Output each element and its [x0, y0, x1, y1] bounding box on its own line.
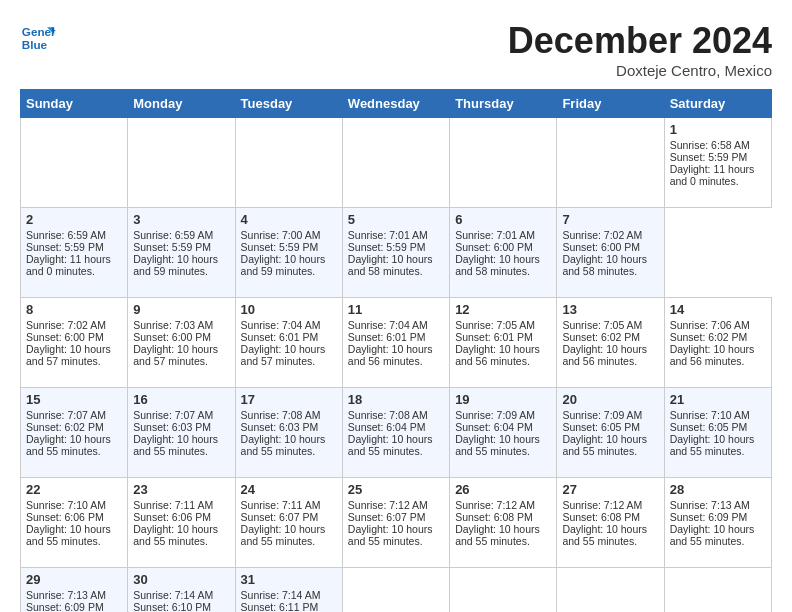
sunrise: Sunrise: 7:12 AM: [455, 499, 535, 511]
calendar-week-6: 29 Sunrise: 7:13 AM Sunset: 6:09 PM Dayl…: [21, 568, 772, 613]
sunset: Sunset: 6:09 PM: [670, 511, 748, 523]
sunset: Sunset: 6:02 PM: [562, 331, 640, 343]
empty-cell: [450, 118, 557, 208]
day-number: 16: [133, 392, 229, 407]
sunset: Sunset: 6:02 PM: [26, 421, 104, 433]
day-number: 7: [562, 212, 658, 227]
day-number: 12: [455, 302, 551, 317]
day-cell-26: 26 Sunrise: 7:12 AM Sunset: 6:08 PM Dayl…: [450, 478, 557, 568]
day-number: 15: [26, 392, 122, 407]
day-cell-25: 25 Sunrise: 7:12 AM Sunset: 6:07 PM Dayl…: [342, 478, 449, 568]
day-cell-17: 17 Sunrise: 7:08 AM Sunset: 6:03 PM Dayl…: [235, 388, 342, 478]
empty-cell: [557, 118, 664, 208]
day-cell-12: 12 Sunrise: 7:05 AM Sunset: 6:01 PM Dayl…: [450, 298, 557, 388]
day-number: 30: [133, 572, 229, 587]
sunrise: Sunrise: 7:06 AM: [670, 319, 750, 331]
day-number: 4: [241, 212, 337, 227]
sunrise: Sunrise: 7:02 AM: [26, 319, 106, 331]
day-cell-8: 8 Sunrise: 7:02 AM Sunset: 6:00 PM Dayli…: [21, 298, 128, 388]
empty-cell: [557, 568, 664, 613]
sunrise: Sunrise: 7:05 AM: [562, 319, 642, 331]
day-cell-5: 5 Sunrise: 7:01 AM Sunset: 5:59 PM Dayli…: [342, 208, 449, 298]
sunrise: Sunrise: 7:08 AM: [241, 409, 321, 421]
day-cell-3: 3 Sunrise: 6:59 AM Sunset: 5:59 PM Dayli…: [128, 208, 235, 298]
header-day-sunday: Sunday: [21, 90, 128, 118]
day-cell-22: 22 Sunrise: 7:10 AM Sunset: 6:06 PM Dayl…: [21, 478, 128, 568]
day-cell-10: 10 Sunrise: 7:04 AM Sunset: 6:01 PM Dayl…: [235, 298, 342, 388]
logo-icon: General Blue: [20, 20, 56, 56]
day-number: 22: [26, 482, 122, 497]
sunrise: Sunrise: 7:12 AM: [562, 499, 642, 511]
day-cell-23: 23 Sunrise: 7:11 AM Sunset: 6:06 PM Dayl…: [128, 478, 235, 568]
day-cell-11: 11 Sunrise: 7:04 AM Sunset: 6:01 PM Dayl…: [342, 298, 449, 388]
daylight: Daylight: 10 hours and 57 minutes.: [241, 343, 326, 367]
sunset: Sunset: 6:03 PM: [241, 421, 319, 433]
day-cell-28: 28 Sunrise: 7:13 AM Sunset: 6:09 PM Dayl…: [664, 478, 771, 568]
day-number: 6: [455, 212, 551, 227]
page-header: General Blue December 2024 Doxteje Centr…: [20, 20, 772, 79]
calendar-week-2: 2 Sunrise: 6:59 AM Sunset: 5:59 PM Dayli…: [21, 208, 772, 298]
sunset: Sunset: 6:00 PM: [455, 241, 533, 253]
day-cell-24: 24 Sunrise: 7:11 AM Sunset: 6:07 PM Dayl…: [235, 478, 342, 568]
sunset: Sunset: 6:08 PM: [455, 511, 533, 523]
sunrise: Sunrise: 7:10 AM: [26, 499, 106, 511]
day-cell-21: 21 Sunrise: 7:10 AM Sunset: 6:05 PM Dayl…: [664, 388, 771, 478]
sunset: Sunset: 6:07 PM: [241, 511, 319, 523]
day-number: 1: [670, 122, 766, 137]
daylight: Daylight: 10 hours and 55 minutes.: [455, 433, 540, 457]
day-cell-18: 18 Sunrise: 7:08 AM Sunset: 6:04 PM Dayl…: [342, 388, 449, 478]
day-number: 25: [348, 482, 444, 497]
sunrise: Sunrise: 7:01 AM: [348, 229, 428, 241]
empty-cell: [128, 118, 235, 208]
calendar-week-3: 8 Sunrise: 7:02 AM Sunset: 6:00 PM Dayli…: [21, 298, 772, 388]
sunset: Sunset: 5:59 PM: [133, 241, 211, 253]
calendar-header-row: SundayMondayTuesdayWednesdayThursdayFrid…: [21, 90, 772, 118]
sunrise: Sunrise: 7:11 AM: [133, 499, 213, 511]
day-number: 20: [562, 392, 658, 407]
sunrise: Sunrise: 7:02 AM: [562, 229, 642, 241]
sunset: Sunset: 6:04 PM: [348, 421, 426, 433]
daylight: Daylight: 10 hours and 55 minutes.: [455, 523, 540, 547]
calendar-week-5: 22 Sunrise: 7:10 AM Sunset: 6:06 PM Dayl…: [21, 478, 772, 568]
daylight: Daylight: 10 hours and 55 minutes.: [348, 523, 433, 547]
day-cell-19: 19 Sunrise: 7:09 AM Sunset: 6:04 PM Dayl…: [450, 388, 557, 478]
empty-cell: [342, 118, 449, 208]
daylight: Daylight: 10 hours and 59 minutes.: [241, 253, 326, 277]
sunrise: Sunrise: 7:11 AM: [241, 499, 321, 511]
day-cell-15: 15 Sunrise: 7:07 AM Sunset: 6:02 PM Dayl…: [21, 388, 128, 478]
sunrise: Sunrise: 7:14 AM: [241, 589, 321, 601]
day-number: 21: [670, 392, 766, 407]
daylight: Daylight: 11 hours and 0 minutes.: [26, 253, 111, 277]
sunset: Sunset: 6:08 PM: [562, 511, 640, 523]
day-number: 13: [562, 302, 658, 317]
day-cell-29: 29 Sunrise: 7:13 AM Sunset: 6:09 PM Dayl…: [21, 568, 128, 613]
sunset: Sunset: 6:10 PM: [133, 601, 211, 612]
day-cell-14: 14 Sunrise: 7:06 AM Sunset: 6:02 PM Dayl…: [664, 298, 771, 388]
sunset: Sunset: 6:03 PM: [133, 421, 211, 433]
daylight: Daylight: 10 hours and 55 minutes.: [133, 433, 218, 457]
calendar-week-1: 1 Sunrise: 6:58 AM Sunset: 5:59 PM Dayli…: [21, 118, 772, 208]
sunset: Sunset: 6:04 PM: [455, 421, 533, 433]
day-number: 8: [26, 302, 122, 317]
day-cell-31: 31 Sunrise: 7:14 AM Sunset: 6:11 PM Dayl…: [235, 568, 342, 613]
empty-cell: [235, 118, 342, 208]
sunset: Sunset: 6:01 PM: [241, 331, 319, 343]
sunset: Sunset: 6:02 PM: [670, 331, 748, 343]
sunrise: Sunrise: 7:09 AM: [562, 409, 642, 421]
day-cell-4: 4 Sunrise: 7:00 AM Sunset: 5:59 PM Dayli…: [235, 208, 342, 298]
daylight: Daylight: 10 hours and 59 minutes.: [133, 253, 218, 277]
calendar-week-4: 15 Sunrise: 7:07 AM Sunset: 6:02 PM Dayl…: [21, 388, 772, 478]
day-cell-20: 20 Sunrise: 7:09 AM Sunset: 6:05 PM Dayl…: [557, 388, 664, 478]
daylight: Daylight: 10 hours and 58 minutes.: [348, 253, 433, 277]
sunset: Sunset: 6:11 PM: [241, 601, 319, 612]
sunrise: Sunrise: 7:04 AM: [348, 319, 428, 331]
location: Doxteje Centro, Mexico: [508, 62, 772, 79]
day-cell-2: 2 Sunrise: 6:59 AM Sunset: 5:59 PM Dayli…: [21, 208, 128, 298]
sunset: Sunset: 5:59 PM: [670, 151, 748, 163]
empty-cell: [664, 568, 771, 613]
day-number: 5: [348, 212, 444, 227]
day-cell-16: 16 Sunrise: 7:07 AM Sunset: 6:03 PM Dayl…: [128, 388, 235, 478]
sunrise: Sunrise: 7:03 AM: [133, 319, 213, 331]
day-number: 19: [455, 392, 551, 407]
daylight: Daylight: 10 hours and 55 minutes.: [562, 523, 647, 547]
